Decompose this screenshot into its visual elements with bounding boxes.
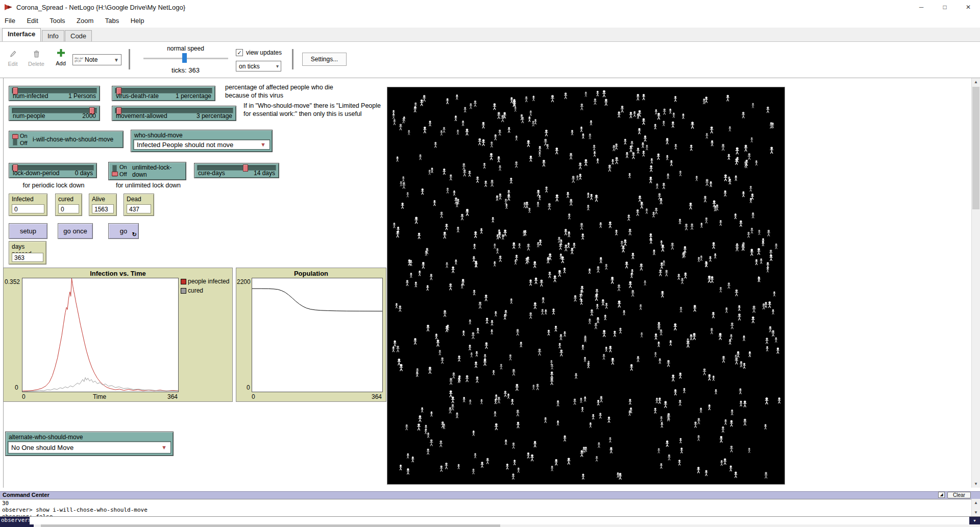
chevron-down-icon: ▾ <box>276 63 281 69</box>
agents-canvas <box>387 87 785 484</box>
switch-on-off-labels: On Off <box>20 132 28 147</box>
view-updates-checkbox[interactable]: ✓ <box>236 49 243 56</box>
chooser-value: No One should Move <box>11 444 74 451</box>
command-center-location-toggle-icon[interactable]: ◢ <box>938 492 945 498</box>
slider-num-infected[interactable]: num-infected1 Persons <box>9 86 100 101</box>
go-once-button[interactable]: go once <box>58 223 93 239</box>
monitor-dead: Dead 437 <box>124 194 154 216</box>
minimize-button[interactable]: ─ <box>910 0 933 14</box>
settings-button[interactable]: Settings... <box>302 53 347 66</box>
menu-tabs[interactable]: Tabs <box>101 14 124 27</box>
slider-value: 1 Persons <box>68 92 96 100</box>
scrollbar-corner <box>0 524 34 527</box>
chooser-field[interactable]: No One should Move ▼ <box>8 441 171 453</box>
command-history-dropdown-icon[interactable]: ▼ <box>969 517 980 524</box>
scroll-up-arrow[interactable]: ▲ <box>972 78 980 86</box>
monitor-value: 0 <box>58 204 79 213</box>
slider-value: 2000 <box>82 112 96 119</box>
x-axis-max-label: 364 <box>366 393 382 400</box>
switch-track[interactable] <box>13 134 17 146</box>
delete-tool-button[interactable]: Delete <box>27 50 46 67</box>
slider-label: virus-death-rate <box>116 92 159 100</box>
switch-label: i-will-chose-who-should-move <box>33 131 113 148</box>
slider-cure-days[interactable]: cure-days14 days <box>194 163 279 178</box>
chooser-field[interactable]: Infected People should not move ▼ <box>133 139 270 150</box>
update-mode-dropdown[interactable]: on ticks ▾ <box>236 61 281 71</box>
chooser-alternate-who-should-move[interactable]: alternate-who-should-move No One should … <box>5 432 174 456</box>
x-axis-max-label: 364 <box>162 393 178 400</box>
forever-loop-icon: ↻ <box>132 231 137 238</box>
output-line: observer> show i-will-chose-who-should-m… <box>2 507 971 513</box>
slider-value: 14 days <box>254 170 275 177</box>
menu-help[interactable]: Help <box>126 14 149 27</box>
monitor-label: Infected <box>12 196 34 203</box>
plot-canvas <box>252 278 382 392</box>
switch-track[interactable] <box>112 165 117 177</box>
monitor-cured: cured 0 <box>55 194 82 216</box>
scroll-down-arrow[interactable]: ▼ <box>972 509 980 516</box>
tab-info[interactable]: Info <box>42 30 64 41</box>
menu-file[interactable]: File <box>0 14 20 27</box>
legend-label: people infected <box>188 278 229 285</box>
toolbar-separator <box>129 49 130 69</box>
plot-canvas <box>22 278 178 392</box>
command-input-row[interactable]: observer> ▼ <box>0 516 980 524</box>
ticks-counter: ticks: 363 <box>139 66 232 74</box>
add-tool-button[interactable]: Add <box>52 49 69 66</box>
menu-edit[interactable]: Edit <box>22 14 42 27</box>
slider-movement-allowed[interactable]: movement-allowed3 percentage <box>112 106 236 121</box>
main-vertical-scrollbar[interactable]: ▲ ▼ <box>971 78 980 488</box>
chooser-label: alternate-who-should-move <box>9 434 83 441</box>
switch-handle[interactable] <box>12 134 18 139</box>
plus-icon <box>57 49 65 57</box>
switch-unlimited-lock-down[interactable]: On Off unlimited-lock-down <box>108 162 186 180</box>
edit-tool-button[interactable]: Edit <box>5 50 20 67</box>
switch-on-off-labels: On Off <box>119 163 127 178</box>
switch-i-will-chose-who-should-move[interactable]: On Off i-will-chose-who-should-move <box>9 131 124 148</box>
menu-bar: File Edit Tools Zoom Tabs Help <box>0 14 980 28</box>
monitor-label: Alive <box>92 196 105 203</box>
note-periodic-lockdown: for periodic lock down <box>10 181 97 189</box>
delete-tool-label: Delete <box>27 61 46 67</box>
monitor-value: 1563 <box>92 204 114 213</box>
command-center-output[interactable]: 30 observer> show i-will-chose-who-shoul… <box>0 499 971 516</box>
slider-label: num-infected <box>13 92 48 100</box>
scrollbar-thumb[interactable] <box>972 87 979 209</box>
menu-tools[interactable]: Tools <box>45 14 69 27</box>
scrollbar-thumb[interactable] <box>41 524 500 527</box>
x-axis-min-label: 0 <box>252 393 255 400</box>
world-view[interactable] <box>387 87 785 485</box>
tab-bar: Interface Info Code <box>0 28 980 42</box>
legend-entry-cured: cured <box>181 287 203 294</box>
observer-prompt[interactable]: observer> <box>0 517 30 524</box>
horizontal-scrollbar[interactable] <box>0 524 980 527</box>
go-forever-button[interactable]: go ↻ <box>108 223 139 239</box>
chooser-who-should-move[interactable]: who-should-move Infected People should n… <box>131 130 273 152</box>
scroll-up-arrow[interactable]: ▲ <box>972 499 980 507</box>
plot-title: Population <box>236 270 386 277</box>
tab-interface[interactable]: Interface <box>2 28 41 41</box>
clear-button[interactable]: Clear <box>947 492 971 498</box>
speed-slider-thumb[interactable] <box>182 53 187 63</box>
command-output-scrollbar[interactable]: ▲ ▼ <box>971 499 980 516</box>
menu-zoom[interactable]: Zoom <box>72 14 98 27</box>
plot-population: Population 2200 0 0 364 <box>236 268 386 402</box>
setup-button[interactable]: setup <box>9 223 47 239</box>
title-bar: Corona_Spread - NetLogo {H:\Google Drive… <box>0 0 980 14</box>
close-button[interactable]: ✕ <box>957 0 980 14</box>
slider-label: lock-down-period <box>13 170 59 177</box>
x-axis-title: Time <box>69 393 130 400</box>
slider-lock-down-period[interactable]: lock-down-period0 days <box>9 163 97 178</box>
y-axis-min-label: 0 <box>247 384 250 391</box>
chevron-down-icon: ▼ <box>114 57 121 63</box>
slider-virus-death-rate[interactable]: virus-death-rate1 percentage <box>112 86 215 101</box>
command-center-header[interactable]: Command Center <box>0 491 980 499</box>
widget-type-selector[interactable]: Abc def ghi jkl Note ▼ <box>72 54 121 65</box>
switch-handle[interactable] <box>112 172 118 176</box>
slider-num-people[interactable]: num-people2000 <box>9 106 100 121</box>
y-axis-max-label: 2200 <box>237 278 251 285</box>
legend-label: cured <box>188 287 203 294</box>
tab-code[interactable]: Code <box>65 30 92 41</box>
maximize-button[interactable]: □ <box>933 0 957 14</box>
scroll-down-arrow[interactable]: ▼ <box>972 480 980 488</box>
